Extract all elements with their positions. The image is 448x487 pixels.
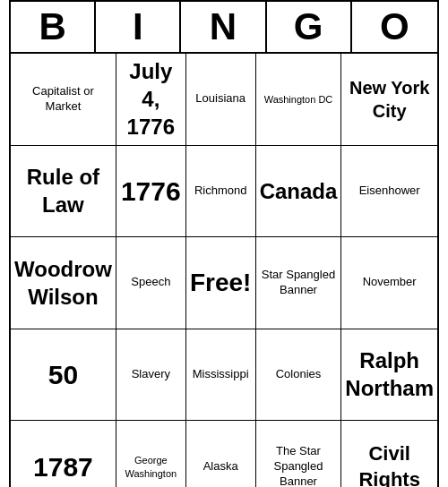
bingo-cell-18: Colonies xyxy=(256,329,342,422)
bingo-cell-2: Louisiana xyxy=(186,54,256,146)
header-letter: O xyxy=(352,2,437,52)
header-letter: B xyxy=(11,2,96,52)
bingo-cell-14: November xyxy=(341,237,437,329)
bingo-cell-10: Woodrow Wilson xyxy=(11,237,116,329)
bingo-cell-6: 1776 xyxy=(116,146,186,238)
bingo-cell-5: Rule of Law xyxy=(11,146,116,238)
bingo-cell-22: Alaska xyxy=(186,421,256,487)
bingo-cell-23: The Star Spangled Banner xyxy=(256,421,342,487)
bingo-cell-11: Speech xyxy=(116,237,186,329)
bingo-cell-8: Canada xyxy=(256,146,342,238)
bingo-cell-0: Capitalist or Market xyxy=(11,54,116,146)
bingo-cell-3: Washington DC xyxy=(256,54,342,146)
bingo-grid: Capitalist or MarketJuly 4, 1776Louisian… xyxy=(11,54,437,487)
bingo-cell-13: Star Spangled Banner xyxy=(256,237,342,329)
bingo-cell-15: 50 xyxy=(11,329,116,422)
bingo-cell-12: Free! xyxy=(186,237,256,329)
bingo-header: BINGO xyxy=(11,2,437,54)
header-letter: I xyxy=(96,2,181,52)
bingo-cell-7: Richmond xyxy=(186,146,256,238)
bingo-cell-9: Eisenhower xyxy=(341,146,437,238)
header-letter: G xyxy=(267,2,352,52)
bingo-cell-19: Ralph Northam xyxy=(341,329,437,422)
bingo-cell-1: July 4, 1776 xyxy=(116,54,186,146)
bingo-cell-17: Mississippi xyxy=(186,329,256,422)
bingo-cell-24: Civil Rights xyxy=(341,421,437,487)
bingo-cell-16: Slavery xyxy=(116,329,186,422)
bingo-cell-4: New York City xyxy=(341,54,437,146)
header-letter: N xyxy=(181,2,266,52)
bingo-card: BINGO Capitalist or MarketJuly 4, 1776Lo… xyxy=(9,0,439,487)
bingo-cell-21: George Washington xyxy=(116,421,186,487)
bingo-cell-20: 1787 xyxy=(11,421,116,487)
